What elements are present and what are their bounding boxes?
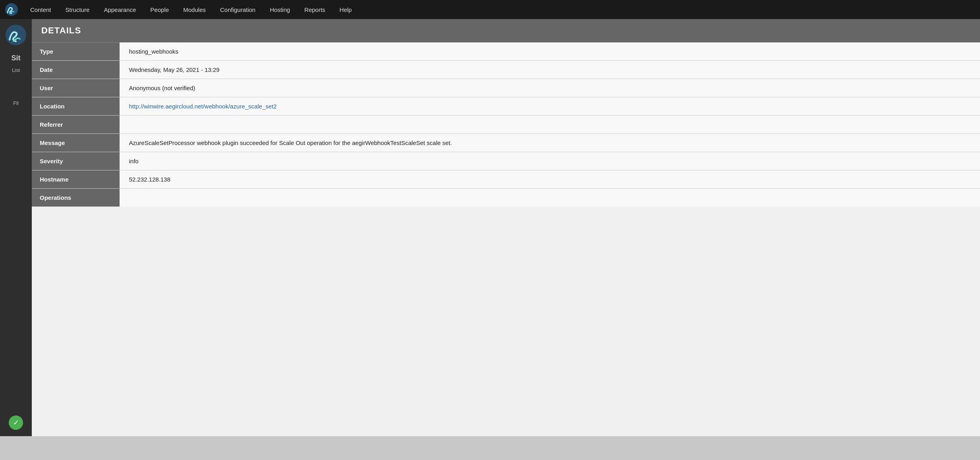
detail-label-1: Date [32,61,119,79]
nav-link-structure[interactable]: Structure [58,2,97,18]
detail-value-8 [119,189,980,207]
sidebar: Sit List Fil ✓ [0,19,32,436]
detail-link-3[interactable]: http://winwire.aegircloud.net/webhook/az… [129,103,277,110]
table-row: Typehosting_webhooks [32,43,980,61]
detail-value-0: hosting_webhooks [119,43,980,61]
nav-item-content[interactable]: Content [23,2,58,18]
table-row: UserAnonymous (not verified) [32,79,980,97]
sidebar-filter-label: Fil [12,99,20,108]
nav-link-appearance[interactable]: Appearance [97,2,143,18]
detail-value-6: info [119,152,980,170]
detail-label-5: Message [32,134,119,152]
nav-link-help[interactable]: Help [332,2,359,18]
sidebar-list-label: List [10,66,21,75]
table-row: Operations [32,189,980,207]
table-row: DateWednesday, May 26, 2021 - 13:29 [32,61,980,79]
sidebar-status-indicator: ✓ [9,416,23,430]
sidebar-logo[interactable] [3,22,29,48]
nav-link-configuration[interactable]: Configuration [213,2,263,18]
nav-item-reports[interactable]: Reports [297,2,333,18]
detail-value-7: 52.232.128.138 [119,170,980,189]
details-header: DETAILS [32,19,980,43]
nav-link-content[interactable]: Content [23,2,58,18]
top-navigation: ContentStructureAppearancePeopleModulesC… [0,0,980,19]
detail-value-4 [119,116,980,134]
detail-label-4: Referrer [32,116,119,134]
detail-label-8: Operations [32,189,119,207]
nav-item-structure[interactable]: Structure [58,2,97,18]
nav-item-configuration[interactable]: Configuration [213,2,263,18]
sidebar-site-label: Sit [10,51,22,66]
nav-item-modules[interactable]: Modules [176,2,213,18]
table-row: Referrer [32,116,980,134]
detail-label-6: Severity [32,152,119,170]
nav-item-hosting[interactable]: Hosting [263,2,297,18]
nav-link-people[interactable]: People [143,2,176,18]
detail-label-3: Location [32,97,119,116]
detail-label-2: User [32,79,119,97]
nav-item-help[interactable]: Help [332,2,359,18]
details-table: Typehosting_webhooksDateWednesday, May 2… [32,43,980,207]
nav-link-hosting[interactable]: Hosting [263,2,297,18]
detail-label-0: Type [32,43,119,61]
table-row: Locationhttp://winwire.aegircloud.net/we… [32,97,980,116]
site-logo[interactable] [3,1,20,18]
main-menu: ContentStructureAppearancePeopleModulesC… [23,2,359,18]
detail-value-5: AzureScaleSetProcessor webhook plugin su… [119,134,980,152]
nav-link-modules[interactable]: Modules [176,2,213,18]
nav-item-appearance[interactable]: Appearance [97,2,143,18]
details-title: DETAILS [41,25,970,36]
page-layout: Sit List Fil ✓ DETAILS Typehosting_webho… [0,19,980,436]
table-row: Severityinfo [32,152,980,170]
nav-link-reports[interactable]: Reports [297,2,333,18]
detail-label-7: Hostname [32,170,119,189]
detail-value-2: Anonymous (not verified) [119,79,980,97]
main-content: DETAILS Typehosting_webhooksDateWednesda… [32,19,980,436]
detail-value-1: Wednesday, May 26, 2021 - 13:29 [119,61,980,79]
nav-item-people[interactable]: People [143,2,176,18]
detail-value-3[interactable]: http://winwire.aegircloud.net/webhook/az… [119,97,980,116]
table-row: MessageAzureScaleSetProcessor webhook pl… [32,134,980,152]
table-row: Hostname52.232.128.138 [32,170,980,189]
